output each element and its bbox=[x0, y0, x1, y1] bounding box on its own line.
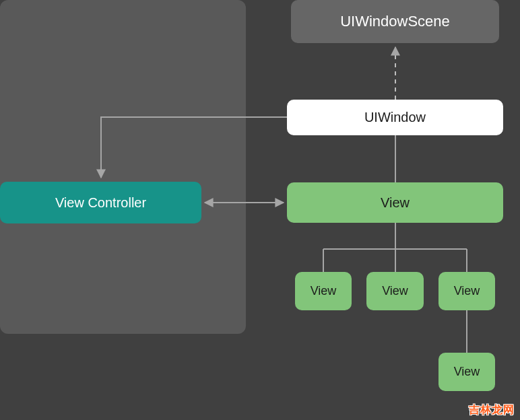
root-view-node: View bbox=[287, 182, 503, 223]
container-panel bbox=[0, 0, 246, 334]
child-view-3-label: View bbox=[454, 284, 480, 298]
root-view-label: View bbox=[381, 195, 410, 211]
child-view-2-node: View bbox=[366, 272, 424, 310]
child-view-2-label: View bbox=[382, 284, 408, 298]
uiwindow-node: UIWindow bbox=[287, 100, 503, 135]
leaf-view-node: View bbox=[438, 353, 495, 391]
view-controller-node: View Controller bbox=[0, 182, 201, 223]
uiwindow-scene-label: UIWindowScene bbox=[340, 13, 450, 30]
child-view-1-node: View bbox=[295, 272, 352, 310]
watermark: 吉林龙网 bbox=[469, 403, 515, 417]
view-controller-label: View Controller bbox=[55, 195, 146, 211]
uiwindow-scene-node: UIWindowScene bbox=[291, 0, 499, 43]
child-view-3-node: View bbox=[438, 272, 495, 310]
leaf-view-label: View bbox=[454, 365, 480, 379]
uiwindow-label: UIWindow bbox=[364, 110, 426, 125]
diagram-canvas: UIWindowScene UIWindow View View Control… bbox=[0, 0, 520, 420]
child-view-1-label: View bbox=[311, 284, 337, 298]
